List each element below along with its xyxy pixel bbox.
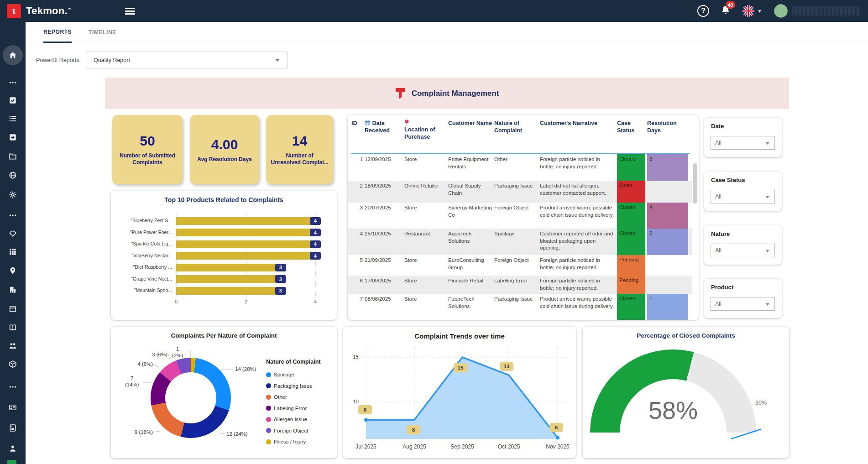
donut-chart-card: Complaints Per Nature of Complaint 14 (2… <box>111 327 337 458</box>
sidebar-item-tasks[interactable] <box>0 93 26 108</box>
legend-item-spoilage[interactable]: Spoilage <box>266 369 320 381</box>
bar-value-label: 4 <box>310 240 321 248</box>
cell-resolution-days: 4 <box>647 203 688 229</box>
cell-date: 17/09/2025 <box>365 276 403 294</box>
tab-timeline[interactable]: TIMELINE <box>89 22 116 43</box>
cell-id: 4 <box>351 229 363 255</box>
table-scrollbar-thumb[interactable] <box>693 163 697 203</box>
sidebar-item-person[interactable] <box>0 441 26 456</box>
sidebar-item-ellipsis[interactable] <box>0 379 26 395</box>
sidebar-item-location-pin[interactable] <box>0 263 26 278</box>
bar-7[interactable] <box>176 287 281 295</box>
col-header-location[interactable]: Location of Purchase <box>404 120 446 141</box>
col-header-case-status[interactable]: Case Status <box>617 120 645 141</box>
grid-icon <box>9 248 17 256</box>
cell-narrative: Customer reported off odor and bloated p… <box>540 229 615 255</box>
sidebar-item-gear[interactable] <box>0 187 26 203</box>
sidebar-bottom-green-tab[interactable] <box>7 460 16 464</box>
table-row-7[interactable]: 708/08/2025StoreFutureTech SolutionsPack… <box>348 294 692 320</box>
cell-location: Store <box>404 203 446 229</box>
col-header-customer[interactable]: Customer Name <box>448 120 492 141</box>
sidebar-item-ellipsis[interactable] <box>0 208 26 223</box>
legend-item-labeling-error[interactable]: Labeling Error <box>266 403 320 414</box>
status-badge: Closed <box>617 203 645 229</box>
donut-chart-title: Complaints Per Nature of Complaint <box>111 332 337 339</box>
language-selector[interactable]: ▼ <box>742 5 762 17</box>
legend-item-packaging-issue[interactable]: Packaging Issue <box>266 381 320 392</box>
hamburger-menu-icon[interactable] <box>125 6 135 16</box>
bar-2[interactable] <box>176 229 315 236</box>
tekmon-logo-icon[interactable]: t <box>7 4 21 18</box>
sidebar-item-cube[interactable] <box>0 356 26 372</box>
table-row-6[interactable]: 617/09/2025StorePinnacle RetailLabeling … <box>348 276 692 294</box>
person-icon <box>9 444 17 453</box>
report-title: Complaint Management <box>412 89 499 98</box>
bar-value-label: 3 <box>275 264 286 271</box>
col-header-narrative[interactable]: Customer's Narrative <box>540 120 615 141</box>
tab-reports[interactable]: REPORTS <box>43 22 72 43</box>
bar-4[interactable] <box>176 252 315 260</box>
cell-location: Store <box>404 294 446 320</box>
filter-case-status-dropdown[interactable]: All▼ <box>711 190 775 203</box>
col-header-resolution-days[interactable]: Resolution Days <box>647 120 688 141</box>
filter-nature-dropdown[interactable]: All▼ <box>711 244 775 257</box>
legend-item-allergen-issue[interactable]: Allergen Issue <box>266 414 320 425</box>
sidebar-item-globe[interactable] <box>0 167 26 183</box>
sidebar-item-export[interactable] <box>0 130 26 145</box>
sidebar-item-home-active[interactable] <box>0 47 26 63</box>
col-header-id[interactable]: ID <box>351 120 363 141</box>
sidebar-item-diamond[interactable] <box>0 226 26 241</box>
sidebar-item-grid[interactable] <box>0 244 26 260</box>
kpi-unresolved-complaints[interactable]: 14 Number of Unresolved Complai... <box>266 115 333 184</box>
sidebar-item-id-card[interactable] <box>0 400 26 415</box>
notifications-button[interactable]: 40 <box>721 5 730 17</box>
report-selector-dropdown[interactable]: Quality Report ▼ <box>86 52 288 68</box>
cell-case-status: Closed <box>617 294 645 320</box>
sidebar-item-list[interactable] <box>0 111 26 126</box>
cell-location: Restaurant <box>404 229 446 255</box>
cell-nature: Foreign Object <box>494 255 538 276</box>
cell-case-status: Open <box>617 181 645 203</box>
legend-dot <box>266 439 271 444</box>
table-row-4[interactable]: 425/10/2025RestaurantAquaTech SolutionsS… <box>348 229 692 255</box>
status-badge: Closed <box>617 154 645 181</box>
table-row-5[interactable]: 521/09/2025StoreEuroConsulting GroupFore… <box>348 255 692 276</box>
bar-3[interactable] <box>176 240 315 248</box>
cell-narrative: Product arrived warm; possible cold chai… <box>540 294 615 320</box>
kpi-value: 50 <box>140 133 155 149</box>
user-menu[interactable] <box>774 4 860 18</box>
col-header-date-received[interactable]: Date Received <box>365 120 403 141</box>
tekmon-report-logo-icon <box>395 88 405 99</box>
col-header-nature[interactable]: Nature of Complaint <box>494 120 538 141</box>
legend-dot <box>266 417 271 422</box>
legend-item-foreign-object[interactable]: Foreign Object <box>266 425 320 437</box>
help-icon[interactable]: ? <box>697 5 709 17</box>
bar-5[interactable] <box>176 264 281 271</box>
sidebar-item-ellipsis[interactable] <box>0 75 26 90</box>
table-row-3[interactable]: 320/07/2025StoreSynergy Marketing CoFore… <box>348 203 692 229</box>
cell-nature: Labeling Error <box>494 276 538 294</box>
sidebar-item-folder[interactable] <box>0 148 26 164</box>
sidebar-item-archive[interactable] <box>0 301 26 317</box>
filter-date-dropdown[interactable]: All▼ <box>711 136 775 150</box>
sidebar-item-book[interactable] <box>0 320 26 335</box>
top-bar: t Tekmon.™ ? 40 <box>0 0 868 22</box>
filter-product-dropdown[interactable]: All▼ <box>711 297 775 311</box>
filter-label: Product <box>711 284 733 291</box>
cell-resolution-days <box>647 181 688 203</box>
table-row-1[interactable]: 112/09/2025StorePrime Equipment RentalsO… <box>348 154 692 181</box>
table-row-2[interactable]: 218/09/2025Online RetailerGlobal Supply … <box>348 181 692 203</box>
bar-1[interactable] <box>176 217 315 225</box>
legend-item-illness-injury[interactable]: Illness / Injury <box>266 436 320 448</box>
sidebar-item-image-file[interactable] <box>0 420 26 436</box>
sidebar-item-people[interactable] <box>0 338 26 354</box>
cell-resolution-days: 2 <box>647 229 688 255</box>
line-chart-plot[interactable] <box>343 327 576 458</box>
legend-item-other[interactable]: Other <box>266 391 320 403</box>
report-selector-row: PowerBI Reports: Quality Report ▼ <box>26 48 868 71</box>
sidebar-item-building[interactable] <box>0 282 26 297</box>
legend-dot <box>266 395 271 400</box>
kpi-avg-resolution-days[interactable]: 4.00 Avg Resolution Days <box>190 115 259 184</box>
bar-6[interactable] <box>176 275 281 283</box>
kpi-submitted-complaints[interactable]: 50 Number of Submitted Complaints <box>112 115 183 184</box>
